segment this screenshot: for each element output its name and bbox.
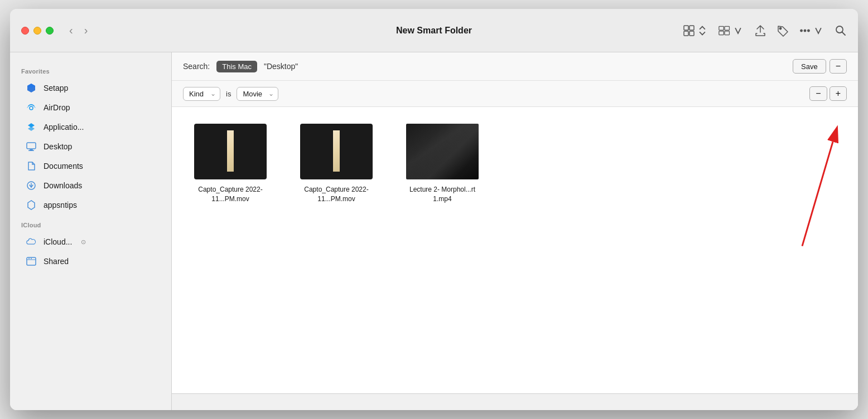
close-button[interactable] bbox=[21, 27, 29, 35]
svg-point-11 bbox=[808, 30, 809, 31]
sidebar-shared-label: Shared bbox=[44, 257, 69, 266]
kind-select-wrapper: Kind bbox=[183, 87, 220, 101]
svg-point-8 bbox=[780, 27, 782, 29]
appsntips-icon bbox=[26, 199, 37, 211]
nav-buttons: ‹ › bbox=[65, 22, 92, 39]
sidebar: Favorites Setapp bbox=[10, 52, 172, 410]
documents-icon bbox=[26, 160, 37, 172]
svg-rect-1 bbox=[689, 26, 694, 30]
file-thumbnail-0 bbox=[194, 124, 267, 179]
sidebar-item-applications[interactable]: Applicatio... bbox=[15, 118, 167, 137]
this-mac-pill[interactable]: This Mac bbox=[216, 61, 257, 72]
desktop-icon bbox=[26, 141, 37, 152]
search-bar: Search: This Mac "Desktop" Save − bbox=[172, 52, 858, 81]
finder-window: ‹ › New Smart Folder bbox=[10, 9, 858, 410]
sidebar-item-setapp[interactable]: Setapp bbox=[15, 79, 167, 98]
minimize-button[interactable] bbox=[33, 27, 41, 35]
svg-line-24 bbox=[802, 142, 833, 246]
setapp-icon bbox=[26, 82, 37, 94]
save-button[interactable]: Save bbox=[793, 59, 826, 74]
sidebar-setapp-label: Setapp bbox=[44, 84, 68, 92]
sidebar-documents-label: Documents bbox=[44, 162, 83, 170]
file-name-0: Capto_Capture 2022-11...PM.mov bbox=[194, 185, 267, 204]
share-svg bbox=[754, 25, 766, 37]
icloud-section-label: iCloud bbox=[10, 215, 171, 232]
file-thumbnail-2 bbox=[406, 124, 479, 179]
file-name-1: Capto_Capture 2022-11...PM.mov bbox=[300, 185, 373, 204]
sidebar-desktop-label: Desktop bbox=[44, 142, 72, 151]
svg-rect-2 bbox=[684, 31, 688, 36]
sidebar-applications-label: Applicatio... bbox=[44, 123, 84, 131]
downloads-icon bbox=[26, 180, 37, 191]
view-list-icon[interactable] bbox=[718, 25, 744, 37]
applications-icon bbox=[26, 121, 37, 133]
desktop-scope[interactable]: "Desktop" bbox=[264, 62, 298, 71]
more-svg bbox=[799, 25, 811, 37]
file-item-1[interactable]: Capto_Capture 2022-11...PM.mov bbox=[300, 124, 373, 204]
svg-point-10 bbox=[804, 30, 806, 31]
share-icon[interactable] bbox=[754, 25, 766, 37]
titlebar: ‹ › New Smart Folder bbox=[10, 9, 858, 52]
sidebar-item-icloud[interactable]: iCloud... ⊙ bbox=[15, 232, 167, 251]
search-label: Search: bbox=[183, 62, 210, 71]
chevron-updown-icon bbox=[696, 25, 708, 37]
svg-rect-3 bbox=[689, 31, 694, 36]
traffic-lights bbox=[21, 27, 54, 35]
sidebar-item-documents[interactable]: Documents bbox=[15, 157, 167, 176]
view-grid-icon[interactable] bbox=[683, 25, 708, 37]
sidebar-item-shared[interactable]: Shared bbox=[15, 252, 167, 271]
file-item-2[interactable]: Lecture 2- Morphol...rt 1.mp4 bbox=[406, 124, 479, 204]
back-button[interactable]: ‹ bbox=[65, 22, 78, 39]
svg-rect-6 bbox=[719, 31, 724, 35]
filter-plus-button[interactable]: + bbox=[830, 86, 847, 101]
file-item-0[interactable]: Capto_Capture 2022-11...PM.mov bbox=[194, 124, 267, 204]
kind-select[interactable]: Kind bbox=[183, 87, 220, 101]
svg-rect-15 bbox=[27, 143, 36, 149]
sidebar-item-airdrop[interactable]: AirDrop bbox=[15, 98, 167, 117]
toolbar-icons bbox=[683, 25, 847, 37]
filter-is-label: is bbox=[226, 90, 231, 98]
files-area: Capto_Capture 2022-11...PM.mov bbox=[172, 107, 858, 393]
window-title: New Smart Folder bbox=[396, 26, 472, 36]
more-chevron-icon bbox=[812, 25, 824, 37]
search-minus-button[interactable]: − bbox=[830, 59, 847, 74]
more-icon[interactable] bbox=[799, 25, 824, 37]
bottom-bar bbox=[172, 393, 858, 410]
sidebar-item-downloads[interactable]: Downloads bbox=[15, 176, 167, 195]
forward-button[interactable]: › bbox=[80, 22, 93, 39]
shared-icon bbox=[26, 256, 37, 267]
favorites-section-label: Favorites bbox=[10, 61, 171, 78]
sidebar-item-appsntips[interactable]: appsntips bbox=[15, 196, 167, 215]
svg-rect-17 bbox=[28, 150, 34, 152]
svg-rect-0 bbox=[684, 26, 688, 30]
main-content: Favorites Setapp bbox=[10, 52, 858, 410]
icloud-icon bbox=[26, 236, 37, 247]
movie-select-wrapper: Movie bbox=[237, 87, 278, 101]
filter-minus-button[interactable]: − bbox=[809, 86, 827, 101]
sidebar-appsntips-label: appsntips bbox=[44, 201, 77, 210]
view-list-svg bbox=[718, 25, 731, 37]
finder-pane: Search: This Mac "Desktop" Save − Kind i… bbox=[172, 52, 858, 410]
grid-svg bbox=[683, 25, 695, 37]
tag-icon[interactable] bbox=[777, 25, 789, 37]
sidebar-icloud-label: iCloud... bbox=[44, 237, 72, 246]
chevron-down-icon bbox=[732, 25, 744, 37]
maximize-button[interactable] bbox=[46, 27, 54, 35]
movie-select[interactable]: Movie bbox=[237, 87, 278, 101]
svg-rect-5 bbox=[725, 26, 729, 30]
filter-actions: − + bbox=[809, 86, 847, 101]
search-icon[interactable] bbox=[835, 25, 847, 37]
svg-rect-4 bbox=[719, 26, 724, 30]
file-name-2: Lecture 2- Morphol...rt 1.mp4 bbox=[406, 185, 479, 204]
airdrop-icon bbox=[26, 102, 37, 113]
search-svg bbox=[835, 25, 847, 37]
icloud-status-icon: ⊙ bbox=[81, 238, 86, 246]
svg-line-13 bbox=[842, 32, 846, 35]
svg-rect-7 bbox=[725, 31, 729, 35]
svg-point-22 bbox=[31, 258, 32, 259]
sidebar-item-desktop[interactable]: Desktop bbox=[15, 137, 167, 156]
sidebar-downloads-label: Downloads bbox=[44, 181, 82, 190]
file-thumbnail-1 bbox=[300, 124, 373, 179]
filter-row: Kind is Movie − + bbox=[172, 81, 858, 107]
svg-point-14 bbox=[30, 106, 33, 110]
